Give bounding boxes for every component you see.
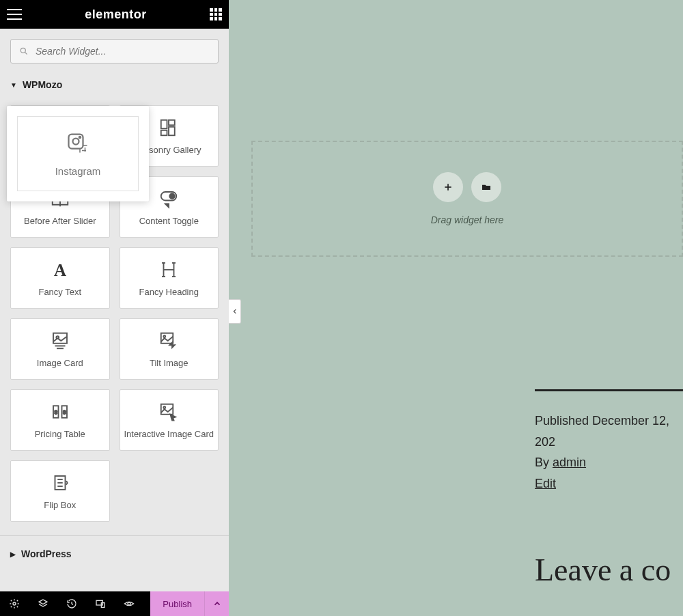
responsive-button[interactable]	[86, 591, 115, 616]
drop-zone[interactable]: Drag widget here	[251, 141, 683, 257]
widget-label: Tilt Image	[150, 358, 189, 368]
gear-icon	[9, 598, 20, 609]
divider	[535, 389, 683, 391]
widget-label: Before After Slider	[24, 216, 96, 226]
widget-label: Fancy Text	[38, 287, 81, 297]
tilt-image-icon	[158, 331, 179, 351]
svg-point-36	[13, 602, 16, 605]
toggle-icon	[158, 188, 179, 209]
brand-label: elementor	[85, 8, 147, 22]
text-icon: A	[50, 260, 70, 280]
navigator-button[interactable]	[29, 591, 57, 616]
history-icon	[66, 598, 77, 609]
widget-label: Flip Box	[44, 500, 76, 510]
svg-rect-7	[169, 126, 175, 135]
settings-button[interactable]	[0, 591, 29, 616]
flip-box-icon	[50, 473, 70, 493]
widget-pricing-table[interactable]: $$ Pricing Table	[10, 389, 110, 451]
drop-buttons	[433, 172, 501, 202]
hamburger-icon[interactable]	[7, 9, 22, 20]
post-meta: Published December 12, 202 By admin Edit	[535, 389, 683, 494]
drag-preview-label: Instagram	[55, 165, 101, 177]
canvas	[229, 0, 683, 616]
search-wrap	[0, 29, 229, 74]
eye-icon	[124, 598, 135, 609]
plus-icon	[443, 182, 454, 193]
add-section-button[interactable]	[433, 172, 463, 202]
responsive-icon	[95, 598, 106, 609]
masonry-icon	[158, 117, 179, 138]
chevron-right-icon: ▶	[10, 550, 16, 558]
svg-rect-6	[161, 130, 167, 135]
widget-label: Image Card	[37, 358, 83, 368]
search-input[interactable]	[36, 46, 210, 57]
folder-icon	[481, 182, 492, 193]
widget-label: Pricing Table	[35, 429, 85, 439]
widget-flip-box[interactable]: Flip Box	[10, 460, 110, 522]
publish-button[interactable]: Publish	[150, 591, 229, 616]
drag-preview-inner: Instagram	[17, 116, 139, 191]
section-wordpress[interactable]: ▶ WordPress	[0, 543, 229, 565]
search-icon	[19, 46, 29, 56]
section-wpmozo[interactable]: ▼ WPMozo	[0, 74, 229, 96]
section-label: WPMozo	[23, 79, 62, 90]
widget-tilt-image[interactable]: Tilt Image	[120, 318, 219, 380]
preview-button[interactable]	[115, 591, 143, 616]
widget-label: Content Toggle	[139, 216, 199, 226]
by-line: By admin	[535, 452, 683, 473]
leave-comment-heading: Leave a co	[535, 552, 671, 588]
svg-point-39	[128, 602, 130, 605]
editor-sidebar: elementor ▼ WPMozo Image Card Masonry Ga…	[0, 0, 229, 616]
drag-preview[interactable]: Instagram	[7, 106, 149, 201]
author-link[interactable]: admin	[553, 456, 586, 469]
heading-icon	[158, 260, 179, 280]
layers-icon	[38, 598, 48, 609]
history-button[interactable]	[57, 591, 86, 616]
top-bar: elementor	[0, 0, 229, 29]
collapse-sidebar-button[interactable]	[229, 299, 241, 324]
svg-point-11	[170, 193, 176, 199]
widget-label: Interactive Image Card	[124, 429, 214, 439]
widget-interactive-image-card[interactable]: Interactive Image Card	[120, 389, 219, 451]
svg-point-31	[164, 406, 166, 408]
template-library-button[interactable]	[471, 172, 501, 202]
image-card-icon	[50, 331, 70, 351]
widget-label: Fancy Heading	[139, 287, 199, 297]
svg-point-43	[73, 138, 79, 144]
section-wordpress-wrap: ▶ WordPress	[0, 535, 229, 572]
widget-fancy-heading[interactable]: Fancy Heading	[120, 247, 219, 309]
section-label: WordPress	[21, 548, 72, 559]
chevron-left-icon	[232, 308, 238, 315]
apps-grid-icon[interactable]	[210, 8, 222, 20]
publish-caret[interactable]	[204, 591, 229, 616]
widget-fancy-text[interactable]: A Fancy Text	[10, 247, 110, 309]
publish-label: Publish	[150, 599, 204, 609]
instagram-icon	[66, 131, 90, 156]
bottom-bar: Publish	[0, 591, 229, 616]
svg-text:$: $	[63, 408, 66, 415]
published-line: Published December 12, 202	[535, 410, 683, 452]
svg-line-1	[25, 53, 27, 55]
drop-hint: Drag widget here	[431, 214, 504, 225]
widget-image-card-2[interactable]: Image Card	[10, 318, 110, 380]
chevron-up-icon	[212, 599, 222, 608]
svg-text:A: A	[54, 260, 66, 279]
svg-rect-4	[161, 120, 167, 128]
edit-link[interactable]: Edit	[535, 477, 556, 490]
svg-rect-5	[169, 120, 175, 125]
svg-point-44	[79, 136, 81, 137]
svg-point-25	[164, 335, 166, 337]
search-box[interactable]	[10, 39, 219, 64]
chevron-down-icon: ▼	[10, 81, 17, 89]
svg-point-0	[20, 48, 25, 53]
svg-text:$: $	[54, 408, 57, 415]
pricing-icon: $$	[50, 402, 70, 422]
interactive-image-icon	[158, 402, 179, 422]
